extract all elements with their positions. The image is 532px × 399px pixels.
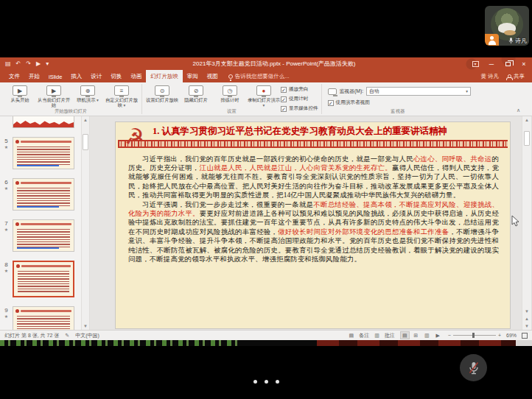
notes-icon: ▤ — [349, 333, 354, 339]
tab-插入[interactable]: 插入 — [66, 70, 86, 82]
animation-star-icon: ★ — [4, 268, 8, 273]
ribbon-button-排练计时[interactable]: ◷排练计时 — [213, 84, 247, 108]
ribbon-button-自定义幻灯片放映[interactable]: ≡自定义幻灯片放映 ▾ — [105, 84, 139, 108]
pagination-dot — [265, 380, 268, 384]
page-indicator-dots[interactable] — [0, 380, 532, 384]
notes-button[interactable]: 备注 — [359, 332, 369, 339]
editor-scrollbar[interactable]: ▲ ▼ ▲ ▼ — [522, 116, 532, 330]
tab-幻灯片放映[interactable]: 幻灯片放映 — [146, 70, 183, 82]
background-window-sliver — [0, 340, 243, 346]
pagination-dot — [276, 380, 279, 384]
scroll-up-icon[interactable]: ▲ — [525, 116, 529, 124]
slide-thumbnail-partial[interactable] — [13, 116, 74, 128]
checkbox-icon: ✓ — [281, 87, 287, 93]
presenter-view-checkbox[interactable]: ✓ 使用演示者视图 — [328, 98, 471, 107]
ribbon-button-label: 自定义幻灯片放映 ▾ — [105, 97, 139, 108]
thumbnail-text-lines — [17, 316, 70, 330]
tell-me-box[interactable]: 告诉我您想要做什么... — [223, 73, 290, 82]
previous-slide-button[interactable]: ▲ — [525, 315, 529, 322]
slide-number: 6 — [4, 179, 7, 186]
share-button[interactable]: 共享 — [506, 73, 525, 80]
animation-star-icon: ★ — [4, 144, 8, 149]
party-emblem-icon — [15, 309, 19, 313]
slide-thumbnail-5[interactable] — [13, 137, 74, 169]
slideshow-view-icon[interactable]: ▶ — [433, 331, 443, 339]
next-slide-button[interactable]: ▼ — [525, 322, 529, 330]
slide-thumbnail-6[interactable] — [13, 178, 74, 211]
play-from-current-icon: ▶ — [46, 85, 61, 96]
chevron-down-icon: ▾ — [95, 98, 98, 102]
tab-设计[interactable]: 设计 — [86, 70, 106, 82]
minimize-button[interactable]: ─ — [483, 57, 500, 70]
scroll-down-icon[interactable]: ▼ — [83, 322, 88, 330]
slide-sorter-icon[interactable]: ⊞ — [411, 331, 421, 339]
ribbon: ▶从头开始▶从当前幻灯片开始⊕联机演示 ▾≡自定义幻灯片放映 ▾ 开始放映幻灯片… — [0, 82, 532, 116]
participant-video-tile[interactable]: 诗凡 — [485, 6, 529, 46]
checkbox-播放旁白[interactable]: ✓播放旁白 — [281, 85, 318, 94]
share-label: 共享 — [514, 73, 525, 80]
chevron-down-icon: ▾ — [263, 103, 265, 107]
zoom-track[interactable] — [453, 335, 496, 336]
ribbon-button-设置幻灯片放映[interactable]: ⊙设置幻灯片放映 — [145, 84, 179, 108]
tab-文件[interactable]: 文件 — [4, 70, 24, 82]
scroll-down-icon[interactable]: ▼ — [525, 308, 529, 315]
text-run: 习近平强调，我们党一步步走过来，很重要的一条就是 — [142, 201, 313, 208]
start-slideshow-icon[interactable]: ▶ — [36, 60, 41, 67]
ribbon-button-label: 录制幻灯片演示 ▾ — [247, 97, 281, 108]
tab-审阅[interactable]: 审阅 — [183, 70, 203, 82]
ribbon-button-录制幻灯片演示[interactable]: ●录制幻灯片演示 ▾ — [247, 84, 281, 108]
zoom-in-icon[interactable]: + — [498, 333, 501, 338]
slide-thumbnail-panel: 5★6★7★8★9★ — [0, 116, 81, 330]
microphone-icon — [508, 38, 514, 44]
zoom-thumb[interactable] — [472, 333, 475, 338]
tab-iSlide[interactable]: iSlide — [44, 71, 66, 82]
current-slide-canvas[interactable]: ☭ 1. 认真学习贯彻习近平总书记在党史学习教育动员大会上的重要讲话精神 习近平… — [116, 122, 510, 328]
tab-切换[interactable]: 切换 — [106, 70, 126, 82]
reading-view-icon[interactable]: ▥ — [422, 331, 432, 339]
thumbnail-text-lines — [17, 188, 70, 207]
ribbon-button-隐藏幻灯片[interactable]: ⊘隐藏幻灯片 — [179, 84, 213, 108]
scrollbar-thumb[interactable] — [83, 134, 88, 150]
ribbon-button-从当前幻灯片开始[interactable]: ▶从当前幻灯片开始 — [37, 84, 71, 108]
language-indicator[interactable]: 中文(中国) — [75, 332, 99, 339]
monitor-select[interactable]: 自动 ▾ — [366, 87, 471, 96]
ribbon-display-options-button[interactable]: ▾ — [467, 57, 483, 70]
thumbnail-header — [16, 264, 71, 269]
slide-body-text: 习近平指出，我们党的百年历史就是一部践行党的初心使命的历史，就是一部党与人民心连… — [116, 148, 510, 264]
qat-customize-icon[interactable]: ▾ — [46, 60, 49, 67]
ribbon-button-从头开始[interactable]: ▶从头开始 — [3, 84, 37, 108]
slide-thumbnail-8[interactable] — [13, 261, 74, 297]
slide-thumbnail-7[interactable] — [13, 219, 74, 252]
undo-icon[interactable]: ↶ — [16, 60, 21, 67]
slide-thumbnail-9[interactable] — [13, 306, 74, 330]
tab-开始[interactable]: 开始 — [24, 70, 44, 82]
thumbnail-header — [15, 180, 71, 186]
background-window-sliver — [317, 340, 516, 346]
zoom-out-icon[interactable]: − — [448, 333, 451, 338]
scrollbar-thumb[interactable] — [524, 131, 530, 146]
zoom-slider[interactable]: − + — [448, 333, 501, 338]
tab-视图[interactable]: 视图 — [203, 70, 223, 82]
comments-button[interactable]: 批注 — [385, 332, 395, 339]
ribbon-button-联机演示[interactable]: ⊕联机演示 ▾ — [71, 84, 105, 108]
checkbox-使用计时[interactable]: ✓使用计时 — [281, 94, 318, 104]
scroll-up-icon[interactable]: ▲ — [83, 116, 88, 124]
zoom-percentage[interactable]: 69% — [506, 333, 517, 338]
thumbnail-title-line — [21, 182, 71, 184]
mute-microphone-button[interactable] — [460, 354, 487, 381]
account-name[interactable]: 黄 诗凡 — [480, 73, 499, 80]
thumbnail-panel-scrollbar[interactable]: ▲ ▼ — [81, 116, 90, 330]
close-button[interactable]: × — [516, 57, 532, 70]
normal-view-icon[interactable]: ▤ — [400, 331, 410, 339]
redo-icon[interactable]: ↷ — [26, 60, 31, 67]
tab-动画[interactable]: 动画 — [126, 70, 146, 82]
save-icon[interactable]: ▤ — [5, 60, 11, 67]
slide-thumbnail-row: 7★ — [0, 219, 81, 252]
animation-star-icon: ★ — [4, 314, 8, 319]
fit-to-window-icon[interactable] — [522, 333, 528, 339]
chevron-down-icon: ▾ — [466, 89, 468, 93]
restore-button[interactable] — [500, 57, 516, 70]
thumbnail-header — [15, 308, 71, 314]
group-label-setup: 设置 — [142, 108, 321, 115]
collapse-ribbon-button[interactable]: ∧ — [517, 107, 520, 113]
